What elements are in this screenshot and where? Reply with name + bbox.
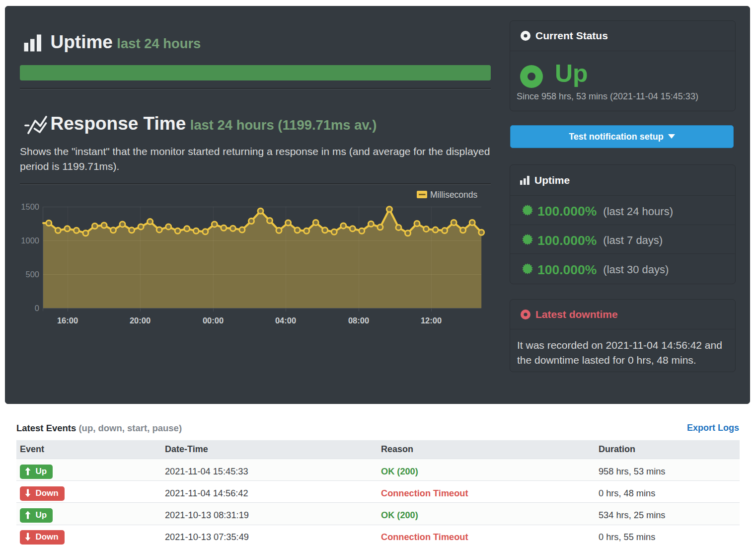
svg-text:Milliseconds: Milliseconds xyxy=(430,190,478,200)
svg-text:00:00: 00:00 xyxy=(203,316,224,325)
svg-text:1500: 1500 xyxy=(21,202,39,211)
svg-text:20:00: 20:00 xyxy=(130,316,151,325)
svg-text:12:00: 12:00 xyxy=(421,316,442,325)
svg-text:04:00: 04:00 xyxy=(275,316,296,325)
svg-text:08:00: 08:00 xyxy=(348,316,369,325)
svg-text:500: 500 xyxy=(25,270,39,279)
svg-text:1000: 1000 xyxy=(21,236,39,245)
svg-text:16:00: 16:00 xyxy=(57,316,78,325)
svg-text:0: 0 xyxy=(35,304,39,313)
